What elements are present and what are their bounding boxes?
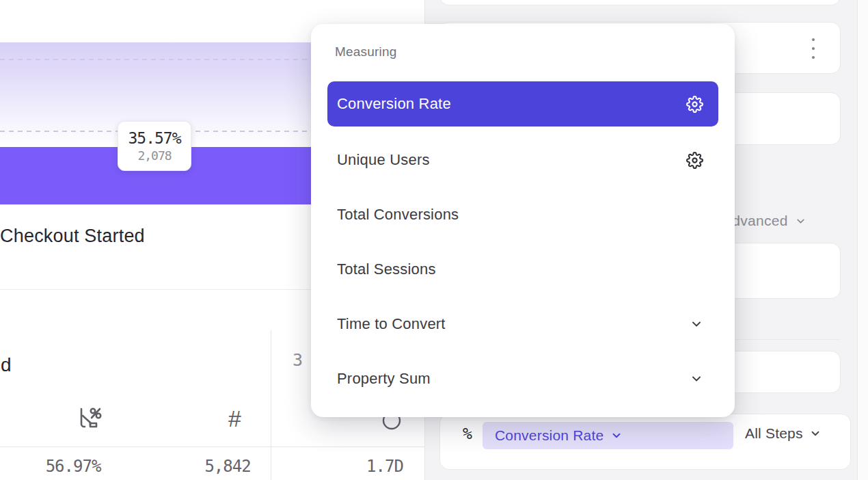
menu-item-label: Property Sum — [337, 370, 431, 388]
menu-item-label: Time to Convert — [337, 315, 446, 333]
value-time-to-convert: 1.7D — [337, 457, 433, 476]
value-unique-count: 5,842 — [180, 457, 275, 476]
all-steps-dropdown-button[interactable]: All Steps — [745, 425, 822, 442]
page-gutter — [858, 0, 868, 480]
gear-icon[interactable] — [686, 152, 703, 169]
measuring-menu-header: Measuring — [335, 44, 397, 59]
query-builder-card-top — [439, 0, 841, 5]
measuring-dropdown-button[interactable]: Conversion Rate — [483, 422, 733, 449]
chevron-down-icon — [690, 372, 703, 386]
menu-item-label: Total Conversions — [337, 206, 459, 224]
gear-icon[interactable] — [686, 96, 703, 113]
chevron-down-icon — [795, 215, 806, 227]
value-conversion-rate: 56.97% — [25, 457, 121, 476]
funnel-step-label: Checkout Started — [0, 226, 145, 247]
measuring-dropdown-label: Conversion Rate — [495, 427, 603, 444]
measuring-menu-popup: Measuring Conversion Rate Unique Users T… — [311, 24, 735, 417]
kebab-menu-icon[interactable] — [808, 38, 819, 59]
menu-item-total-sessions[interactable]: Total Sessions — [327, 248, 718, 291]
menu-item-total-conversions[interactable]: Total Conversions — [327, 194, 718, 236]
funnel-tooltip: 35.57% 2,078 — [118, 121, 191, 171]
tooltip-count-value: 2,078 — [137, 148, 171, 163]
table-step2-header-fragment: d — [1, 354, 12, 376]
tooltip-percent-value: 35.57% — [128, 129, 180, 147]
all-steps-label: All Steps — [745, 425, 803, 442]
hash-count-icon[interactable]: # — [228, 405, 241, 432]
conversion-rate-chart-icon[interactable] — [75, 405, 104, 435]
percent-symbol: % — [463, 425, 472, 442]
advanced-toggle[interactable]: Advanced — [722, 213, 806, 229]
chevron-down-icon — [690, 317, 703, 331]
menu-item-conversion-rate[interactable]: Conversion Rate — [327, 81, 718, 126]
table-step3-header: 3 — [293, 350, 303, 370]
menu-item-label: Unique Users — [337, 151, 430, 169]
chevron-down-icon — [610, 429, 623, 442]
menu-item-time-to-convert[interactable]: Time to Convert — [327, 303, 718, 345]
menu-item-property-sum[interactable]: Property Sum — [327, 358, 718, 400]
chevron-down-icon — [809, 427, 822, 440]
menu-item-label: Total Sessions — [337, 261, 436, 278]
menu-item-label: Conversion Rate — [337, 95, 451, 113]
menu-item-unique-users[interactable]: Unique Users — [327, 139, 718, 181]
table-row-divider — [0, 446, 425, 447]
